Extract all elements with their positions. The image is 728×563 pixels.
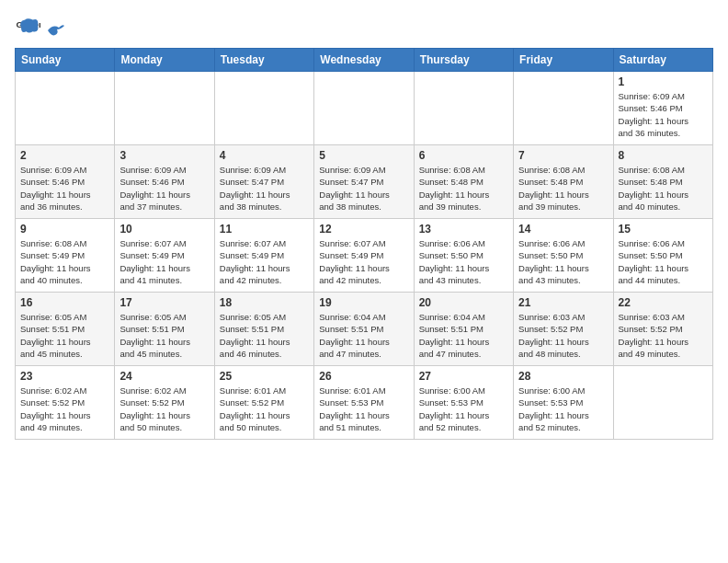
day-number: 22 <box>619 296 708 309</box>
day-info: Sunrise: 6:08 AM Sunset: 5:48 PM Dayligh… <box>619 164 708 213</box>
day-number: 21 <box>518 296 608 309</box>
logo-bird-icon <box>46 22 66 39</box>
day-info: Sunrise: 6:03 AM Sunset: 5:52 PM Dayligh… <box>518 311 608 360</box>
calendar-cell: 2Sunrise: 6:09 AM Sunset: 5:46 PM Daylig… <box>16 145 115 219</box>
calendar-cell: 22Sunrise: 6:03 AM Sunset: 5:52 PM Dayli… <box>613 293 712 366</box>
calendar-cell <box>214 72 313 145</box>
calendar-table: SundayMondayTuesdayWednesdayThursdayFrid… <box>15 48 713 440</box>
day-number: 3 <box>119 149 209 162</box>
day-number: 13 <box>419 223 508 236</box>
day-number: 28 <box>518 370 608 383</box>
calendar-cell: 9Sunrise: 6:08 AM Sunset: 5:49 PM Daylig… <box>16 219 115 293</box>
day-number: 16 <box>20 296 109 309</box>
day-number: 6 <box>419 149 508 162</box>
day-info: Sunrise: 6:09 AM Sunset: 5:46 PM Dayligh… <box>119 164 209 213</box>
calendar-cell: 11Sunrise: 6:07 AM Sunset: 5:49 PM Dayli… <box>214 219 313 293</box>
calendar-cell <box>115 72 214 145</box>
day-info: Sunrise: 6:09 AM Sunset: 5:46 PM Dayligh… <box>20 164 109 213</box>
day-number: 23 <box>20 370 109 383</box>
day-info: Sunrise: 6:06 AM Sunset: 5:50 PM Dayligh… <box>619 237 708 286</box>
calendar-cell: 6Sunrise: 6:08 AM Sunset: 5:48 PM Daylig… <box>414 145 513 219</box>
day-info: Sunrise: 6:04 AM Sunset: 5:51 PM Dayligh… <box>319 311 408 360</box>
day-number: 1 <box>619 75 708 88</box>
day-info: Sunrise: 6:07 AM Sunset: 5:49 PM Dayligh… <box>319 237 408 286</box>
day-info: Sunrise: 6:09 AM Sunset: 5:47 PM Dayligh… <box>319 164 408 213</box>
day-info: Sunrise: 6:08 AM Sunset: 5:48 PM Dayligh… <box>518 164 608 213</box>
day-info: Sunrise: 6:07 AM Sunset: 5:49 PM Dayligh… <box>119 237 209 286</box>
weekday-header-friday: Friday <box>514 49 613 72</box>
calendar-cell <box>314 72 414 145</box>
day-number: 8 <box>619 149 708 162</box>
day-number: 24 <box>119 370 209 383</box>
day-info: Sunrise: 6:00 AM Sunset: 5:53 PM Dayligh… <box>419 385 508 433</box>
day-number: 12 <box>319 223 408 236</box>
calendar-cell: 26Sunrise: 6:01 AM Sunset: 5:53 PM Dayli… <box>314 366 414 440</box>
day-number: 20 <box>419 296 508 309</box>
weekday-header-row: SundayMondayTuesdayWednesdayThursdayFrid… <box>16 49 713 72</box>
day-number: 14 <box>518 223 608 236</box>
logo: General <box>15 15 66 40</box>
week-row-5: 23Sunrise: 6:02 AM Sunset: 5:52 PM Dayli… <box>16 366 713 440</box>
day-number: 17 <box>119 296 209 309</box>
header: General <box>15 15 713 40</box>
day-info: Sunrise: 6:01 AM Sunset: 5:53 PM Dayligh… <box>319 385 408 433</box>
day-number: 19 <box>319 296 408 309</box>
day-number: 4 <box>220 149 309 162</box>
calendar-cell <box>613 366 712 440</box>
calendar-cell: 20Sunrise: 6:04 AM Sunset: 5:51 PM Dayli… <box>414 293 513 366</box>
weekday-header-saturday: Saturday <box>613 49 712 72</box>
day-number: 26 <box>319 370 408 383</box>
calendar-cell: 5Sunrise: 6:09 AM Sunset: 5:47 PM Daylig… <box>314 145 414 219</box>
calendar-cell: 21Sunrise: 6:03 AM Sunset: 5:52 PM Dayli… <box>514 293 613 366</box>
calendar-cell: 13Sunrise: 6:06 AM Sunset: 5:50 PM Dayli… <box>414 219 513 293</box>
day-info: Sunrise: 6:05 AM Sunset: 5:51 PM Dayligh… <box>20 311 109 360</box>
logo-general-text <box>44 20 66 39</box>
calendar-cell: 27Sunrise: 6:00 AM Sunset: 5:53 PM Dayli… <box>414 366 513 440</box>
day-number: 11 <box>220 223 309 236</box>
day-info: Sunrise: 6:06 AM Sunset: 5:50 PM Dayligh… <box>518 237 608 286</box>
day-info: Sunrise: 6:03 AM Sunset: 5:52 PM Dayligh… <box>619 311 708 360</box>
calendar-cell <box>514 72 613 145</box>
calendar-cell: 14Sunrise: 6:06 AM Sunset: 5:50 PM Dayli… <box>514 219 613 293</box>
calendar-cell: 28Sunrise: 6:00 AM Sunset: 5:53 PM Dayli… <box>514 366 613 440</box>
calendar-cell: 18Sunrise: 6:05 AM Sunset: 5:51 PM Dayli… <box>214 293 313 366</box>
day-number: 18 <box>220 296 309 309</box>
day-number: 25 <box>220 370 309 383</box>
calendar-cell: 25Sunrise: 6:01 AM Sunset: 5:52 PM Dayli… <box>214 366 313 440</box>
calendar-cell: 23Sunrise: 6:02 AM Sunset: 5:52 PM Dayli… <box>16 366 115 440</box>
calendar-cell: 12Sunrise: 6:07 AM Sunset: 5:49 PM Dayli… <box>314 219 414 293</box>
calendar-cell <box>16 72 115 145</box>
calendar-cell: 24Sunrise: 6:02 AM Sunset: 5:52 PM Dayli… <box>115 366 214 440</box>
calendar-cell: 4Sunrise: 6:09 AM Sunset: 5:47 PM Daylig… <box>214 145 313 219</box>
calendar-cell: 3Sunrise: 6:09 AM Sunset: 5:46 PM Daylig… <box>115 145 214 219</box>
day-info: Sunrise: 6:09 AM Sunset: 5:47 PM Dayligh… <box>220 164 309 213</box>
calendar-cell: 15Sunrise: 6:06 AM Sunset: 5:50 PM Dayli… <box>613 219 712 293</box>
calendar-cell: 16Sunrise: 6:05 AM Sunset: 5:51 PM Dayli… <box>16 293 115 366</box>
day-info: Sunrise: 6:02 AM Sunset: 5:52 PM Dayligh… <box>20 385 109 433</box>
day-info: Sunrise: 6:01 AM Sunset: 5:52 PM Dayligh… <box>220 385 309 433</box>
calendar-cell: 7Sunrise: 6:08 AM Sunset: 5:48 PM Daylig… <box>514 145 613 219</box>
calendar-cell: 1Sunrise: 6:09 AM Sunset: 5:46 PM Daylig… <box>613 72 712 145</box>
day-number: 15 <box>619 223 708 236</box>
day-number: 27 <box>419 370 508 383</box>
day-info: Sunrise: 6:05 AM Sunset: 5:51 PM Dayligh… <box>119 311 209 360</box>
day-info: Sunrise: 6:08 AM Sunset: 5:49 PM Dayligh… <box>20 237 109 286</box>
calendar-cell <box>414 72 513 145</box>
day-info: Sunrise: 6:07 AM Sunset: 5:49 PM Dayligh… <box>220 237 309 286</box>
calendar-cell: 19Sunrise: 6:04 AM Sunset: 5:51 PM Dayli… <box>314 293 414 366</box>
logo-icon: General <box>15 15 40 40</box>
weekday-header-monday: Monday <box>115 49 214 72</box>
calendar-cell: 17Sunrise: 6:05 AM Sunset: 5:51 PM Dayli… <box>115 293 214 366</box>
day-info: Sunrise: 6:00 AM Sunset: 5:53 PM Dayligh… <box>518 385 608 433</box>
day-info: Sunrise: 6:04 AM Sunset: 5:51 PM Dayligh… <box>419 311 508 360</box>
day-info: Sunrise: 6:02 AM Sunset: 5:52 PM Dayligh… <box>119 385 209 433</box>
day-number: 9 <box>20 223 109 236</box>
day-number: 7 <box>518 149 608 162</box>
week-row-2: 2Sunrise: 6:09 AM Sunset: 5:46 PM Daylig… <box>16 145 713 219</box>
day-info: Sunrise: 6:09 AM Sunset: 5:46 PM Dayligh… <box>619 90 708 139</box>
day-number: 10 <box>119 223 209 236</box>
day-number: 2 <box>20 149 109 162</box>
day-info: Sunrise: 6:08 AM Sunset: 5:48 PM Dayligh… <box>419 164 508 213</box>
weekday-header-wednesday: Wednesday <box>314 49 414 72</box>
week-row-3: 9Sunrise: 6:08 AM Sunset: 5:49 PM Daylig… <box>16 219 713 293</box>
